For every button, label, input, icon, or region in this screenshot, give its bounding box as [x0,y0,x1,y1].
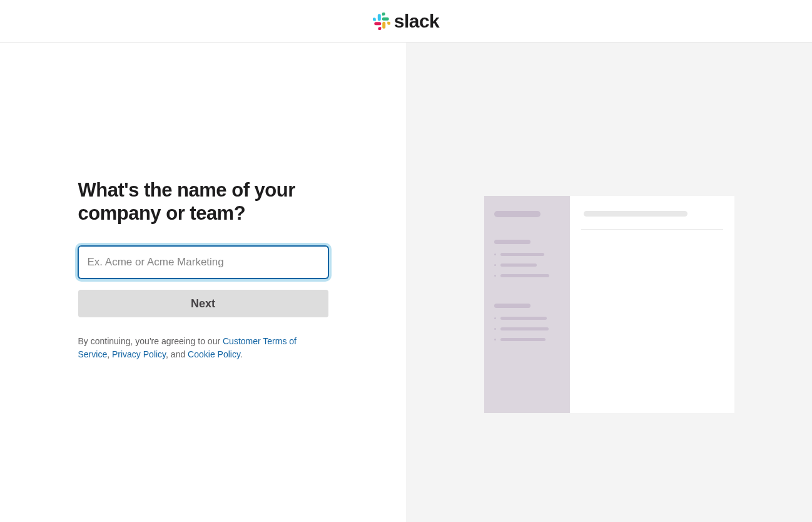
mockup-bullet-icon [494,339,496,340]
mockup-workspace-placeholder [494,211,540,217]
mockup-channel-item [494,274,560,277]
brand-name: slack [394,11,440,32]
legal-text: By continuing, you're agreeing to our Cu… [78,335,328,361]
mockup-sidebar [484,196,570,413]
mockup-channel-item [494,317,560,320]
right-panel [406,43,812,522]
legal-prefix: By continuing, you're agreeing to our [78,336,223,346]
slack-logo: slack [373,11,440,32]
mockup-title-placeholder [584,211,688,217]
mockup-channel-placeholder [500,253,544,256]
next-button[interactable]: Next [78,290,328,317]
mockup-channel-placeholder [500,327,549,330]
mockup-section2 [494,304,560,341]
legal-sep1: , [107,349,112,359]
form-content: What's the name of your company or team?… [78,178,328,361]
header: slack [0,0,812,43]
mockup-bullet-icon [494,328,496,330]
mockup-channel-item [494,264,560,267]
main-container: What's the name of your company or team?… [0,43,812,522]
input-wrapper [78,246,328,279]
page-title: What's the name of your company or team? [78,178,328,225]
mockup-channel-item [494,338,560,341]
slack-icon [373,13,390,30]
mockup-bullet-icon [494,253,496,255]
legal-sep2: , and [166,349,188,359]
cookie-link[interactable]: Cookie Policy [188,349,240,359]
privacy-link[interactable]: Privacy Policy [112,349,166,359]
team-name-input[interactable] [78,246,328,279]
mockup-divider [581,229,723,230]
mockup-channel-placeholder [500,338,546,341]
mockup-bullet-icon [494,317,496,319]
mockup-channel-placeholder [500,274,549,277]
mockup-main-area [570,196,734,413]
mockup-bullet-icon [494,264,496,266]
mockup-bullet-icon [494,275,496,277]
preview-mockup [484,196,734,413]
mockup-section-header [494,240,530,244]
mockup-channel-placeholder [500,264,537,267]
mockup-channel-item [494,253,560,256]
mockup-channel-placeholder [500,317,547,320]
legal-suffix: . [240,349,243,359]
left-panel: What's the name of your company or team?… [0,43,406,522]
mockup-section-header [494,304,530,308]
mockup-channel-item [494,327,560,330]
